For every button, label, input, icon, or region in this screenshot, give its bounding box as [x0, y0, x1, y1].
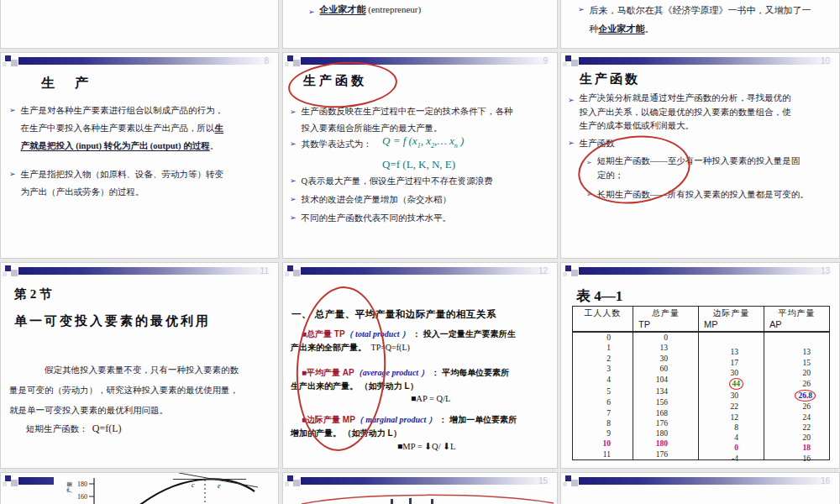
slide-thumbnail-6[interactable]: ➢ 企业家才能 (entrepreneur) — [282, 0, 558, 49]
table-row: 11176-416 — [573, 449, 830, 460]
table-cell-value: 13 — [731, 347, 739, 357]
bullet-arrow-icon: ➢ — [568, 92, 575, 134]
table-header-row: 工人人数 总产量TP 边际产量MP 平均产量AP — [573, 307, 830, 333]
slide-thumbnail-11[interactable]: 11 第 2 节 单一可变投入要素的最优利用 假定其他投入要素量不变，只有一种投… — [0, 262, 279, 469]
table-cell-value: 16 — [803, 454, 811, 464]
table-cell-value: 24 — [803, 412, 811, 423]
slide-thumbnail-12[interactable]: 12 一、 总产量、平均产量和边际产量的相互关系 ■总产量 TP（ total … — [282, 262, 558, 469]
bullet-marshall: ➢ 后来，马歇尔在其《经济学原理》一书中，又增加了一 种企业家才能。 — [578, 1, 832, 38]
gradient-bar — [579, 57, 833, 65]
pixel-square-icon — [293, 270, 300, 276]
gradient-bar — [18, 267, 272, 275]
table-cell-value: 8 — [734, 423, 738, 433]
table-cell-value: 176 — [656, 419, 668, 428]
col-header-mp-sub: MP — [699, 319, 764, 329]
line: 投入产出关系，以确定最优的投入要素的数量组合，使 — [580, 108, 791, 117]
bullet-arrow-icon: ➢ — [578, 1, 585, 38]
table-cell-value: 13 — [803, 347, 811, 357]
table-cell-value: 0 — [606, 333, 611, 342]
y-tick-160: 160 — [77, 493, 87, 501]
section-title: 单一可变投入要素的最优利用 — [14, 313, 211, 329]
pixel-square-icon — [571, 480, 578, 486]
pixel-square-icon — [571, 270, 578, 276]
line: 。 — [645, 24, 654, 34]
table-row: 9180420 — [573, 428, 830, 438]
table-cell-value: 20 — [803, 368, 811, 378]
red-ellipse-annotation — [283, 473, 558, 504]
separator: ： — [410, 329, 423, 339]
table-row: 8176822 — [573, 418, 830, 428]
slide-number: 11 — [260, 266, 269, 276]
bullet-math-expr: ➢ 其数学表达式为： — [290, 135, 372, 153]
slide-header-decoration: 12 — [283, 263, 557, 278]
line: Q表示最大产量，假设生产过程中不存在资源浪费 — [302, 172, 493, 190]
slide-thumbnail-9[interactable]: 9 生产函数 ➢ 生产函数反映在生产过程中在一定的技术条件下，各种投入要素组合所… — [282, 52, 558, 259]
slide-header-decoration: 16 — [561, 473, 839, 488]
line: 生产函数反映在生产过程中在一定的技术条件下，各种 — [302, 107, 513, 116]
table-cell-value: 104 — [656, 375, 668, 384]
y-axis-label: 产量 — [66, 481, 73, 493]
term-entrepreneur-en: (entrepreneur) — [366, 4, 422, 14]
mp-formula: ■MP = ⬇Q/ ⬇L — [397, 441, 455, 451]
slide-thumbnail-16[interactable]: 16 — [560, 472, 840, 504]
tp-curve-chart: 产量 180 160 c e — [1, 473, 279, 504]
slide-thumbnail-15[interactable]: 15 — [282, 472, 558, 504]
formula-part: ■MP = ⬇Q/ ⬇L — [397, 442, 455, 451]
table-row: 3603020 — [573, 364, 830, 374]
bullet-arrow-icon: ➢ — [290, 209, 297, 227]
slide-number: 9 — [543, 56, 548, 66]
pixel-square-icon — [5, 265, 11, 271]
slide-thumbnail-14[interactable]: 产量 180 160 c e — [0, 472, 279, 504]
formula-part: ■AP = Q/L — [411, 394, 450, 403]
ap-formula: ■AP = Q/L — [411, 394, 450, 403]
slide-number: 10 — [821, 56, 830, 66]
table-cell-value: 26.8 — [795, 390, 816, 402]
line: 不同的生产函数代表不同的技术水平。 — [302, 209, 452, 227]
slide-thumbnail-7[interactable]: ➢ 后来，马歇尔在其《经济学原理》一书中，又增加了一 种企业家才能。 — [560, 0, 840, 49]
line: 生产的成本最低或利润最大。 — [580, 121, 695, 130]
table-cell-value: 30 — [731, 368, 739, 378]
production-table: 工人人数 总产量TP 边际产量MP 平均产量AP 001131313230171… — [572, 306, 830, 460]
bullet-decision-analysis: ➢ 生产决策分析就是通过对生产函数的分析，寻找最优的投入产出关系，以确定最优的投… — [568, 92, 838, 134]
production-table-body: 001131313230171536030204104442651343026.… — [573, 332, 830, 460]
slide-thumbnail-8[interactable]: 8 生 产 ➢ 生产是对各种生产要素进行组合以制成产品的行为， 在生产中要投入各… — [0, 52, 279, 259]
slide-thumbnail-13[interactable]: 13 表 4—1 工人人数 总产量TP 边际产量MP 平均产量AP 001131… — [560, 262, 840, 469]
formula-part: , x — [421, 134, 431, 147]
pixel-square-icon — [565, 55, 571, 61]
table-cell-value: 30 — [731, 391, 739, 401]
table-cell-value: 176 — [656, 450, 668, 459]
term-entrepreneur: 企业家才能 — [599, 24, 645, 34]
production-function-formula: Q = f (x1, x2,… xn ) Q=f (L, K, N, E) — [382, 132, 464, 174]
col-header-ap: 平均产量 — [764, 307, 829, 319]
slide-number: 12 — [538, 266, 548, 276]
table-row: 10180018 — [573, 438, 830, 449]
line: 。 — [210, 141, 219, 150]
line: 生产是指把投入物（如原料、设备、劳动力等）转变 — [21, 170, 224, 179]
table-cell-value: 2 — [606, 354, 611, 363]
slide-number: 8 — [264, 56, 269, 66]
table-cell-value: 12 — [731, 412, 739, 423]
pixel-square-icon — [11, 270, 18, 276]
table-cell-value: 9 — [606, 429, 611, 438]
pixel-square-icon — [5, 55, 11, 61]
table-cell-value: 134 — [656, 387, 668, 396]
pixel-square-icon — [563, 62, 567, 66]
pixel-square-icon — [287, 265, 293, 271]
table-row: 1131313 — [573, 343, 830, 353]
table-row: 00 — [573, 332, 830, 343]
col-header-tp: 总产量 — [633, 307, 698, 319]
slide-thumbnail-10[interactable]: 10 生产函数 ➢ 生产决策分析就是通过对生产函数的分析，寻找最优的投入产出关系… — [560, 52, 840, 259]
table-cell-value: 22 — [803, 423, 811, 433]
col-header-ap-sub: AP — [764, 319, 829, 329]
slide-number: 13 — [821, 266, 830, 276]
gradient-bar — [18, 57, 272, 65]
slide-thumbnail-5[interactable] — [0, 0, 279, 49]
pixel-square-icon — [571, 60, 578, 66]
section-paragraph: 假定其他投入要素量不变，只有一种投入要素的数 量是可变的（劳动力），研究这种投入… — [9, 360, 275, 421]
pixel-square-icon — [3, 272, 7, 276]
bullet-arrow-icon: ➢ — [290, 103, 297, 137]
short-run-formula: 短期生产函数： Q=f(L) — [26, 423, 122, 435]
table-row: 71681224 — [573, 408, 830, 418]
table-row: 2301715 — [573, 353, 830, 363]
col-header-tp-sub: TP — [633, 319, 698, 329]
